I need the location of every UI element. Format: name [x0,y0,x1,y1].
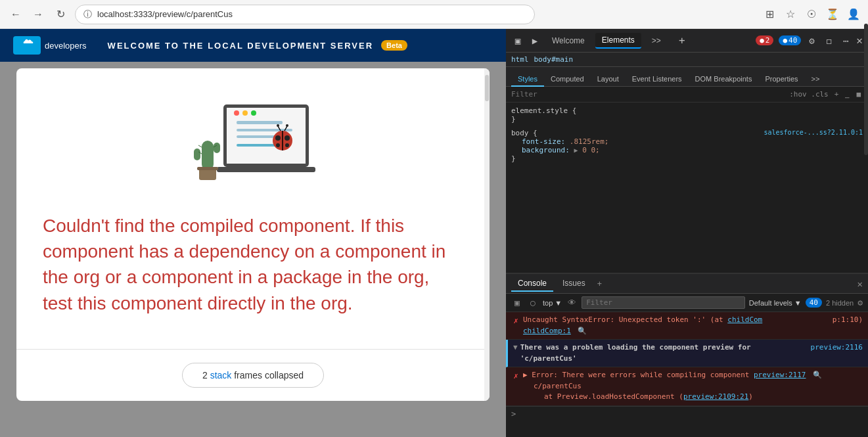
svg-point-12 [275,135,281,141]
star-icon[interactable]: ☆ [783,7,798,22]
clear-console-icon[interactable]: ▣ [511,297,523,309]
modal-overlay: Couldn't find the compiled component. If… [0,62,506,437]
extensions-icon[interactable]: ⊞ [762,7,777,22]
tab-console[interactable]: Console [511,276,553,292]
settings-icon[interactable]: ⚙ [805,34,818,47]
plus-icon[interactable]: + [675,34,689,47]
modal-scrollbar[interactable] [484,68,490,401]
child-comp-link-2[interactable]: childComp:1 [523,327,571,335]
tab-more[interactable]: >> [645,34,668,48]
console-message-2: ▼ There was a problem loading the compon… [506,340,868,367]
devtools-panel: ▣ ▶ Welcome Elements >> + ●2 ●40 ⚙ ◻ ⋯ ✕ [506,29,868,437]
address-bar[interactable]: ⓘ localhost:3333/preview/c/parentCus [75,5,535,24]
add-style-rule-icon[interactable]: + [833,89,841,99]
filter-actions: + ⎯ ■ [833,89,863,99]
tab-welcome[interactable]: Welcome [545,34,591,48]
tab-styles[interactable]: Styles [511,72,544,87]
history-icon[interactable]: ⏳ [825,7,840,22]
console-message-2-row: ▼ There was a problem loading the compon… [513,342,863,364]
error-message: Couldn't find the compiled component. If… [43,213,463,316]
forward-button[interactable]: → [29,5,47,24]
css-close-brace-2: } [511,154,516,163]
inspect-element-icon[interactable]: ⎯ [843,89,852,99]
stack-frames-text-part2: frames collapsed [231,370,304,380]
svg-rect-2 [237,121,283,124]
profile-icon[interactable]: ☉ [804,7,819,22]
reload-button[interactable]: ↻ [51,5,70,24]
console-message-1-row: ✗ Uncaught SyntaxError: Unexpected token… [511,315,815,336]
css-selector-element: element.style { [511,106,576,115]
breadcrumb-html[interactable]: html [511,55,529,64]
console-input[interactable] [520,409,863,418]
message-count-badge[interactable]: ●40 [779,35,801,45]
console-count-badge[interactable]: 40 [806,298,822,308]
browser-icons: ⊞ ☆ ☉ ⏳ 👤 [762,7,861,22]
svg-point-7 [234,110,239,116]
console-panel-icon[interactable]: ▶ [528,34,541,47]
tab-more-styles[interactable]: >> [805,72,827,87]
console-message-1-search-icon[interactable]: 🔍 [578,327,587,335]
log-levels-dropdown[interactable]: Default levels ▼ [749,299,802,307]
stack-frames-highlight: stack [210,370,232,380]
tab-elements[interactable]: Elements [595,33,641,49]
console-toolbar: ▣ ○ top ▼ 👁 Default levels ▼ 40 2 hidden… [506,294,868,312]
expand-arrow-bg[interactable]: ▶ [574,147,578,154]
preview-stack-link[interactable]: preview:2109:21 [683,392,748,401]
sf-header-title: WELCOME TO THE LOCAL DEVELOPMENT SERVER [108,41,373,51]
search-icon-3[interactable]: 🔍 [813,371,822,379]
css-value-background: ▶ 0 0; [574,146,599,154]
console-message-3-stack: at Preview.loadHostedComponent (preview:… [523,392,753,401]
console-message-2-text: There was a problem loading the componen… [520,342,808,364]
console-settings-icon[interactable]: ⚙ [857,298,863,308]
toggle-sidebar-icon[interactable]: ■ [854,89,863,99]
device-toolbar-icon[interactable]: ◻ [822,34,835,47]
child-comp-link-1[interactable]: childCom [727,315,762,324]
tab-issues[interactable]: Issues [556,276,592,292]
context-dropdown[interactable]: top ▼ [543,299,562,307]
svg-point-13 [285,135,290,141]
url-text: localhost:3333/preview/c/parentCus [97,9,233,19]
tab-properties[interactable]: Properties [758,72,804,87]
eye-icon[interactable]: 👁 [566,297,578,309]
console-message-3-component: c/parentCus [523,382,582,390]
tab-dom-breakpoints[interactable]: DOM Breakpoints [689,72,759,87]
svg-rect-20 [202,141,214,170]
expand-arrow-3[interactable]: ▶ [523,371,528,379]
tab-computed[interactable]: Computed [544,72,591,87]
error-icon-1: ✗ [511,316,520,325]
devtools-scrollbar[interactable] [864,29,868,155]
breadcrumb-body[interactable]: body#main [534,55,574,64]
console-message-1-text: Uncaught SyntaxError: Unexpected token '… [523,315,813,336]
filter-input[interactable] [511,90,785,99]
close-console-button[interactable]: ✕ [857,279,863,289]
styles-tabs: Styles Computed Layout Event Listeners D… [506,67,868,87]
preview-link-3[interactable]: preview:2117 [754,371,806,379]
css-source-link[interactable]: salesforce-...ss?2.11.0:1 [764,129,863,137]
elements-breadcrumb: html body#main [506,53,868,67]
close-devtools-button[interactable]: ✕ [856,34,863,47]
console-message-3: ✗ ▶ Error: There were errors while compi… [506,367,868,406]
context-dropdown-arrow: ▼ [555,299,562,307]
add-console-tab-icon[interactable]: + [597,279,602,288]
console-filter-input[interactable] [582,296,745,309]
console-tabs-bar: Console Issues + ✕ [506,274,868,294]
css-rule-body: body { salesforce-...ss?2.11.0:1 font-si… [511,129,863,163]
console-source-2[interactable]: preview:2116 [811,342,863,354]
elements-panel-icon[interactable]: ▣ [511,34,524,47]
filter-console-icon[interactable]: ○ [527,297,539,309]
back-button[interactable]: ← [7,5,25,24]
tab-event-listeners[interactable]: Event Listeners [626,72,689,87]
styles-content: element.style { } body { salesforce-...s… [506,103,868,273]
account-icon[interactable]: 👤 [846,7,861,22]
webpage-panel: developers WELCOME TO THE LOCAL DEVELOPM… [0,29,506,437]
tab-layout[interactable]: Layout [591,72,626,87]
svg-point-14 [276,143,280,147]
expand-icon-2[interactable]: ▼ [513,342,518,354]
menu-icon[interactable]: ⋯ [839,34,852,47]
svg-rect-24 [197,167,218,170]
svg-rect-22 [214,143,220,153]
stack-frames-button[interactable]: 2 stack frames collapsed [182,363,324,388]
error-count-badge[interactable]: ●2 [756,35,773,45]
main-area: developers WELCOME TO THE LOCAL DEVELOPM… [0,29,868,437]
css-property-background: background: [522,146,570,154]
